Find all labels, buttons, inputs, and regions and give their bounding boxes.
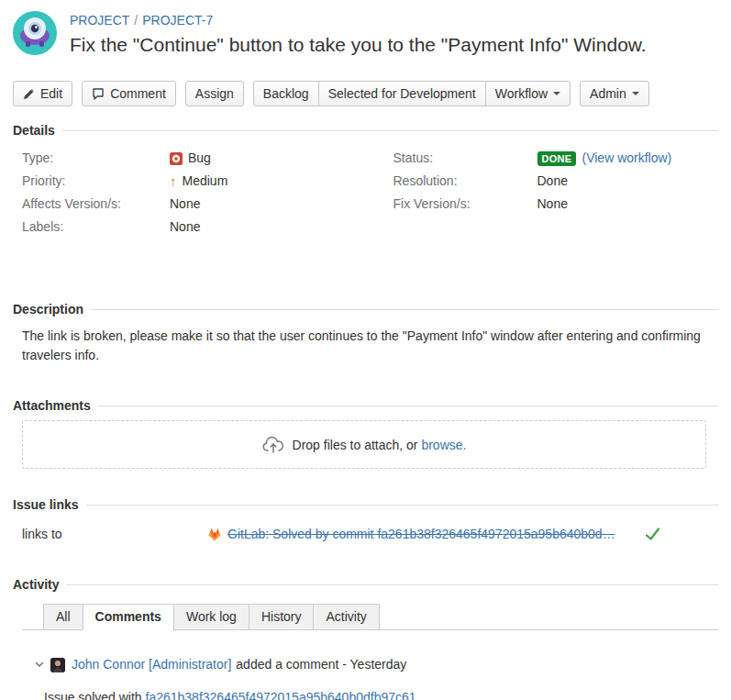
chevron-down-icon <box>632 92 639 95</box>
activity-heading: Activity <box>13 577 60 593</box>
priority-value-text: Medium <box>183 173 228 189</box>
details-heading: Details <box>13 123 55 139</box>
activity-header: Activity <box>13 577 718 593</box>
selected-for-development-button[interactable]: Selected for Development <box>318 81 486 106</box>
issue-links-header: Issue links <box>13 497 718 513</box>
priority-label: Priority: <box>22 173 170 189</box>
comment-author-link[interactable]: John Connor [Administrator] <box>72 657 231 672</box>
fix-version-value: None <box>537 196 568 212</box>
workflow-button-label: Workflow <box>495 86 548 101</box>
issue-title: Fix the "Continue" button to take you to… <box>70 33 647 57</box>
cloud-upload-icon <box>262 436 284 453</box>
type-label: Type: <box>22 150 170 166</box>
activity-module: Activity All Comments Work log History A… <box>13 577 718 700</box>
dropzone-text: Drop files to attach, or browse. <box>293 438 467 452</box>
affects-version-value: None <box>170 196 200 212</box>
issue-links-module: Issue links links to GitLab: Solved by c… <box>13 497 718 542</box>
admin-button-label: Admin <box>590 86 626 101</box>
link-status <box>645 528 660 541</box>
tab-comments[interactable]: Comments <box>83 604 174 630</box>
pencil-icon <box>23 88 35 100</box>
assign-button-label: Assign <box>195 86 234 101</box>
selected-for-development-label: Selected for Development <box>328 86 476 101</box>
comment-text-suffix: . <box>416 690 420 700</box>
description-header: Description <box>13 302 718 317</box>
header-text: PROJECT/PROJECT-7 Fix the "Continue" but… <box>70 11 647 57</box>
remote-link: GitLab: Solved by commit fa261b38f326465… <box>207 527 615 542</box>
priority-value: ↑ Medium <box>170 173 227 189</box>
type-row: Type: Bug <box>13 150 366 166</box>
comment-text: Issue solved with <box>44 690 146 700</box>
comment-body: Issue solved with fa261b38f326465f497201… <box>44 688 718 700</box>
attachments-header: Attachments <box>13 398 718 414</box>
edit-button[interactable]: Edit <box>13 81 72 106</box>
divider <box>67 584 718 585</box>
status-value: DONE (View workflow) <box>537 150 672 166</box>
attachment-dropzone[interactable]: Drop files to attach, or browse. <box>22 420 706 469</box>
issue-header: PROJECT/PROJECT-7 Fix the "Continue" but… <box>13 11 718 57</box>
divider <box>62 130 718 131</box>
workflow-dropdown-button[interactable]: Workflow <box>485 81 570 106</box>
view-workflow-link[interactable]: (View workflow) <box>581 150 671 166</box>
bug-icon <box>170 152 183 165</box>
check-icon <box>645 528 660 541</box>
resolution-label: Resolution: <box>393 173 537 189</box>
tab-work-log[interactable]: Work log <box>173 604 249 630</box>
labels-label: Labels: <box>22 219 170 235</box>
description-text: The link is broken, please make it so th… <box>22 327 712 365</box>
type-value-text: Bug <box>188 150 211 166</box>
details-properties: Type: Bug Priority: ↑ Medium <box>13 150 718 242</box>
toolbar: Edit Comment Assign Backlog Selected for… <box>13 81 718 106</box>
breadcrumb-issue-key-link[interactable]: PROJECT-7 <box>142 13 213 28</box>
details-right-column: Status: DONE (View workflow) Resolution:… <box>366 150 719 242</box>
chevron-down-icon <box>553 92 560 95</box>
project-avatar <box>13 11 57 55</box>
priority-row: Priority: ↑ Medium <box>13 173 366 189</box>
status-badge: DONE <box>537 151 577 166</box>
resolution-value: Done <box>537 173 568 189</box>
description-heading: Description <box>13 302 83 317</box>
details-left-column: Type: Bug Priority: ↑ Medium <box>13 150 366 242</box>
comment-button[interactable]: Comment <box>82 81 176 106</box>
fix-version-row: Fix Version/s: None <box>366 196 719 212</box>
affects-version-label: Affects Version/s: <box>22 196 170 212</box>
collapse-chevron-icon[interactable] <box>35 661 44 668</box>
divider <box>91 309 718 310</box>
divider <box>98 406 718 406</box>
attachments-module: Attachments Drop files to attach, or bro… <box>13 398 718 469</box>
edit-button-label: Edit <box>40 86 62 101</box>
backlog-button-label: Backlog <box>263 86 309 101</box>
tab-activity[interactable]: Activity <box>313 604 379 630</box>
priority-medium-icon: ↑ <box>170 175 177 188</box>
status-row: Status: DONE (View workflow) <box>366 150 719 166</box>
gitlab-commit-link[interactable]: GitLab: Solved by commit fa261b38f326465… <box>227 527 615 542</box>
browse-link[interactable]: browse. <box>421 438 466 452</box>
user-avatar <box>50 658 65 672</box>
link-relation-label: links to <box>22 527 207 542</box>
issue-link-row: links to GitLab: Solved by commit fa261b… <box>22 527 712 542</box>
breadcrumb-project-link[interactable]: PROJECT <box>70 13 129 28</box>
comment-header: John Connor [Administrator] added a comm… <box>35 657 718 672</box>
tab-all[interactable]: All <box>43 604 83 630</box>
description-module: Description The link is broken, please m… <box>13 302 718 365</box>
affects-version-row: Affects Version/s: None <box>13 196 366 212</box>
tab-history[interactable]: History <box>249 604 315 630</box>
type-value: Bug <box>170 150 211 166</box>
assign-button[interactable]: Assign <box>185 81 244 106</box>
issue-links-heading: Issue links <box>13 497 79 513</box>
commit-hash-link[interactable]: fa261b38f326465f4972015a95b640b0dfb97c61 <box>146 690 416 700</box>
issue-page: PROJECT/PROJECT-7 Fix the "Continue" but… <box>0 0 731 700</box>
details-header: Details <box>13 123 718 139</box>
attachments-heading: Attachments <box>13 398 91 414</box>
divider <box>86 505 718 506</box>
workflow-button-group: Backlog Selected for Development Workflo… <box>253 81 570 106</box>
dropzone-label: Drop files to attach, or <box>293 438 418 452</box>
status-label: Status: <box>393 150 537 166</box>
details-module: Details Type: Bug Priority: ↑ <box>13 123 718 242</box>
admin-dropdown-button[interactable]: Admin <box>580 81 649 106</box>
comment-meta: added a comment - Yesterday <box>236 657 406 672</box>
resolution-row: Resolution: Done <box>366 173 719 189</box>
breadcrumb: PROJECT/PROJECT-7 <box>70 12 647 28</box>
comment-bubble-icon <box>92 87 105 100</box>
backlog-button[interactable]: Backlog <box>253 81 319 106</box>
